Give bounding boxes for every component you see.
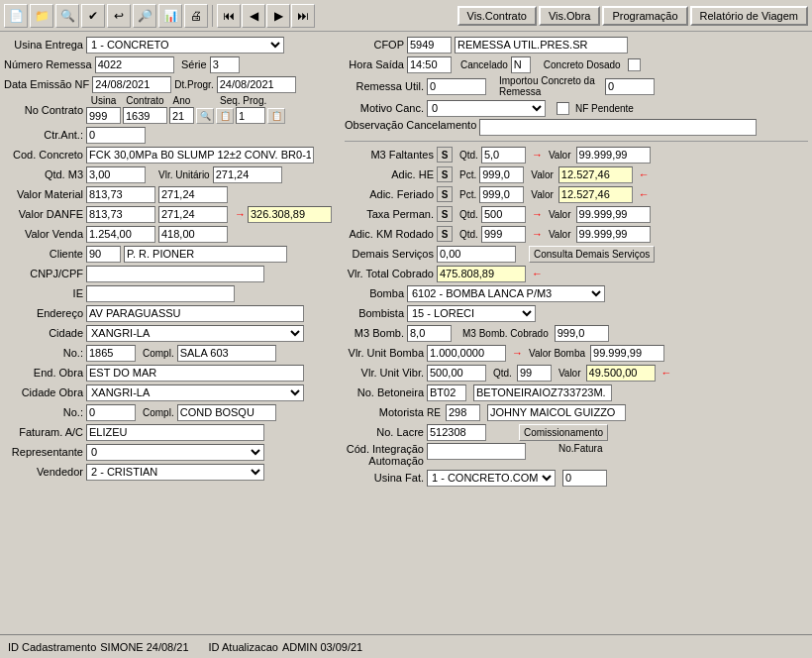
ctr-ant-input[interactable] xyxy=(86,127,146,144)
no-lacre-input[interactable] xyxy=(427,424,486,441)
adic-feriado-valor-input[interactable] xyxy=(558,186,633,203)
undo-button[interactable]: ↩ xyxy=(107,4,131,28)
search-button[interactable]: 🔎 xyxy=(133,4,156,28)
numero-remessa-input[interactable] xyxy=(95,56,174,73)
cancelado-input[interactable] xyxy=(511,56,531,73)
compl-input[interactable] xyxy=(177,345,276,362)
adic-he-pct-input[interactable] xyxy=(479,166,524,183)
programacao-button[interactable]: Programação xyxy=(602,6,687,26)
bomba-select[interactable]: 6102 - BOMBA LANCA P/M3 xyxy=(407,285,605,302)
vlr-unit-vibr-input[interactable] xyxy=(427,365,486,382)
last-button[interactable]: ⏭ xyxy=(291,4,315,28)
valor-danfe-input2[interactable] xyxy=(158,206,228,223)
dt-progr-input[interactable] xyxy=(217,76,296,93)
cnpj-input[interactable] xyxy=(86,266,264,282)
m3-bomb-cobrado-input[interactable] xyxy=(555,325,609,342)
demais-servicos-input[interactable] xyxy=(437,246,516,263)
valor-venda-input2[interactable] xyxy=(158,226,228,243)
data-emissao-input[interactable] xyxy=(92,76,171,93)
vlr-total-nf-input[interactable] xyxy=(248,206,332,223)
contrato-search-btn[interactable]: 🔍 xyxy=(196,108,214,124)
qtd-vibr-input[interactable] xyxy=(517,365,552,382)
cod-integracao-input[interactable] xyxy=(427,443,526,460)
comissionamento-btn[interactable]: Comissionamento xyxy=(519,424,608,441)
cfop-input[interactable] xyxy=(407,37,452,54)
vlr-unit-bomba-row: Vlr. Unit Bomba → Valor Bomba xyxy=(345,344,808,362)
taxa-perman-valor-input[interactable] xyxy=(576,206,651,223)
compl2-input[interactable] xyxy=(177,404,276,421)
arrow-vlr-total: → xyxy=(235,208,246,220)
vis-obra-button[interactable]: Vis.Obra xyxy=(539,6,601,26)
adic-he-valor-input[interactable] xyxy=(558,166,633,183)
cliente-code-input[interactable] xyxy=(86,246,121,263)
seq-prog-label: Seq. Prog. xyxy=(220,95,266,106)
valor-danfe-input1[interactable] xyxy=(86,206,155,223)
m3-faltantes-qtd-input[interactable] xyxy=(481,147,526,164)
qtd-m3-label: Qtd. M3 xyxy=(4,168,83,180)
endereco-input[interactable] xyxy=(86,305,304,322)
arrow-vlr-unit-bomba: → xyxy=(512,347,523,359)
demais-servicos-label: Demais Serviços xyxy=(345,248,434,260)
ie-input[interactable] xyxy=(86,285,235,302)
m3-bomb-input[interactable] xyxy=(407,325,452,342)
report-button[interactable]: 📊 xyxy=(158,4,182,28)
end-obra-input[interactable] xyxy=(86,365,304,382)
usina-fat-select[interactable]: 1 - CONCRETO.COM xyxy=(427,470,556,487)
importou-concreto-input[interactable] xyxy=(605,78,655,95)
obs-canc-input[interactable] xyxy=(479,119,757,136)
m3-faltantes-valor-input[interactable] xyxy=(576,147,651,164)
no-input[interactable] xyxy=(86,345,136,362)
info-button[interactable]: 🔍 xyxy=(55,4,79,28)
no2-input[interactable] xyxy=(86,404,136,421)
faturam-input[interactable] xyxy=(86,424,264,441)
adic-km-valor-input[interactable] xyxy=(576,226,651,243)
valor-material-input2[interactable] xyxy=(158,186,228,203)
nf-pendente-checkbox[interactable] xyxy=(557,102,569,115)
contrato-num-input[interactable] xyxy=(123,107,167,124)
qtd-m3-input[interactable] xyxy=(86,166,146,183)
remessa-util-input[interactable] xyxy=(427,78,486,95)
check-button[interactable]: ✔ xyxy=(81,4,105,28)
motivo-canc-select[interactable]: 0 xyxy=(427,100,546,117)
seq-info-btn[interactable]: 📋 xyxy=(267,108,285,124)
contrato-ano-input[interactable] xyxy=(169,107,194,124)
vlr-unitario-input[interactable] xyxy=(213,166,282,183)
usina-select[interactable]: 1 - CONCRETO xyxy=(86,37,284,54)
valor-vibr-input[interactable] xyxy=(586,365,656,382)
consulta-demais-btn[interactable]: Consulta Demais Serviços xyxy=(529,246,655,263)
bombista-select[interactable]: 15 - LORECI xyxy=(407,305,536,322)
contrato-info-btn[interactable]: 📋 xyxy=(216,108,234,124)
vendedor-select[interactable]: 2 - CRISTIAN xyxy=(86,464,264,481)
adic-feriado-pct-input[interactable] xyxy=(479,186,524,203)
valor-bomba-input[interactable] xyxy=(590,345,664,362)
prev-button[interactable]: ◀ xyxy=(242,4,265,28)
concreto-dosado-checkbox[interactable] xyxy=(628,58,641,71)
contrato-usina-input[interactable] xyxy=(86,107,121,124)
new-button[interactable]: 📄 xyxy=(4,4,28,28)
vis-contrato-button[interactable]: Vis.Contrato xyxy=(457,6,537,26)
cidade-select[interactable]: XANGRI-LA xyxy=(86,325,304,342)
print-button[interactable]: 🖨 xyxy=(184,4,208,28)
representante-select[interactable]: 0 xyxy=(86,444,264,461)
vlr-unit-bomba-input[interactable] xyxy=(427,345,506,362)
no-betoneira-input[interactable] xyxy=(427,384,466,401)
valor-material-input1[interactable] xyxy=(86,186,155,203)
hora-saida-input[interactable] xyxy=(407,56,452,73)
relatorio-button[interactable]: Relatório de Viagem xyxy=(690,6,808,26)
serie-input[interactable] xyxy=(210,56,240,73)
open-button[interactable]: 📁 xyxy=(30,4,53,28)
taxa-perman-qtd-input[interactable] xyxy=(481,206,526,223)
valor-label2: Valor xyxy=(531,169,554,180)
valor-venda-input1[interactable] xyxy=(86,226,155,243)
cidade-obra-select[interactable]: XANGRI-LA xyxy=(86,384,304,401)
faturam-label: Faturam. A/C xyxy=(4,426,83,438)
seq-prog-input[interactable] xyxy=(236,107,265,124)
motorista-re-input[interactable] xyxy=(446,404,480,421)
cod-concreto-input[interactable] xyxy=(86,147,314,164)
adic-km-qtd-input[interactable] xyxy=(481,226,526,243)
no-fatura-input[interactable] xyxy=(562,470,607,487)
cod-integracao-row: Cód. Integração Automação No.Fatura xyxy=(345,443,808,467)
vlr-total-cobrado-input[interactable] xyxy=(437,266,526,282)
next-button[interactable]: ▶ xyxy=(266,4,290,28)
first-button[interactable]: ⏮ xyxy=(217,4,241,28)
